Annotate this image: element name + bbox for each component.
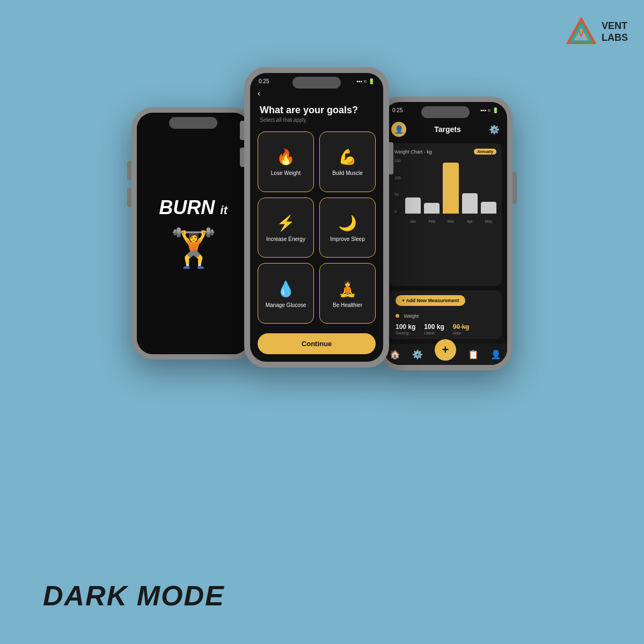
weight-goal-sub: Goal [453,331,470,335]
phones-area: BURN it 🏋️ 0:25 ▪▪▪ ≈ 🔋 ‹ What [0,64,644,370]
label-mar: Mar [443,219,458,223]
chart-header: Weight Chart - kg Annually [394,149,496,155]
weight-starting: 100 kg Starting [396,323,415,335]
goals-header: What are your goals? Select all that app… [250,100,383,126]
phone2-vol-down [240,148,244,167]
phone2-screen: 0:25 ▪▪▪ ≈ 🔋 ‹ What are your goals? Sele… [250,73,383,362]
logo-text: VENT LABS [602,20,628,43]
weight-starting-sub: Starting [396,331,415,335]
label-feb: Feb [424,219,440,223]
goals-grid: 🔥 Lose Weight 💪 Build Muscle ⚡ Increase … [250,126,383,329]
weight-latest-sub: Latest [424,331,444,335]
be-healthier-icon: 🧘 [338,280,357,298]
nav-home[interactable]: 🏠 [390,349,400,360]
targets-screen: 0:25 ▪▪▪ ≈ 🔋 👤 Targets ⚙️ Weight Chart -… [384,102,507,365]
add-measurement-panel: + Add New Measurement Weight 100 kg Star… [389,290,502,339]
splash-title: BURN it [159,197,227,218]
nav-settings[interactable]: ⚙️ [412,349,423,360]
goal-increase-energy[interactable]: ⚡ Increase Energy [258,197,314,258]
weight-goal: 90 kg Goal [453,323,470,335]
targets-header: 👤 Targets ⚙️ [384,115,507,141]
user-avatar[interactable]: 👤 [391,122,406,137]
phone2-power [389,142,393,174]
splash-screen: BURN it 🏋️ [137,113,250,354]
phone1-vol-up [127,161,131,180]
y-label-50: 50 [394,193,401,196]
lose-weight-label: Lose Weight [271,170,301,176]
phone2-right-buttons [389,142,393,174]
phone2-vol-up [240,121,244,140]
chart-labels: Jan Feb Mar Apr May [405,219,496,223]
burn-text: BURN [159,196,215,218]
goal-manage-glucose[interactable]: 💧 Manage Glucose [258,263,314,324]
weight-latest-val: 100 kg [424,323,444,331]
goal-lose-weight[interactable]: 🔥 Lose Weight [258,131,314,192]
phone1-screen: BURN it 🏋️ [137,113,250,354]
phone1-vol-down [127,188,131,207]
goal-improve-sleep[interactable]: 🌙 Improve Sleep [319,197,376,258]
y-label-150: 150 [394,159,401,163]
label-jan: Jan [405,219,421,223]
goals-status-bar: 0:25 ▪▪▪ ≈ 🔋 [250,73,383,86]
back-button[interactable]: ‹ [250,86,383,100]
label-may: May [481,219,496,223]
goals-time: 0:25 [259,78,269,84]
bar-feb [424,203,440,214]
phone1-left-buttons [127,161,131,207]
bottom-navigation: 🏠 ⚙️ + 📋 👤 [384,343,507,365]
weight-chart-container: Weight Chart - kg Annually 150 100 50 0 [389,143,502,286]
y-label-100: 100 [394,176,401,180]
weight-stats: 100 kg Starting 100 kg Latest 90 kg Goal [396,323,495,335]
targets-title: Targets [434,125,461,134]
phone3-right-buttons [513,172,517,204]
manage-glucose-icon: 💧 [276,280,295,298]
add-measurement-button[interactable]: + Add New Measurement [396,295,465,306]
phone2-left-buttons [240,121,244,167]
svg-text:V: V [579,30,584,38]
chart-title: Weight Chart - kg [394,149,432,155]
chart-area: 150 100 50 0 Jan [394,159,496,223]
targets-status-bar: 0:25 ▪▪▪ ≈ 🔋 [384,102,507,115]
chart-bars [405,160,496,214]
weight-section: Weight [396,310,495,320]
bar-may [481,202,496,214]
logo-area: V VENT LABS [565,16,628,48]
it-text: it [220,203,227,217]
nav-clipboard[interactable]: 📋 [468,349,479,360]
chart-badge[interactable]: Annually [474,149,496,155]
build-muscle-label: Build Muscle [332,170,363,176]
vent-labs-logo-icon: V [565,16,597,48]
lose-weight-icon: 🔥 [276,148,295,166]
goal-be-healthier[interactable]: 🧘 Be Healthier [319,263,376,324]
weight-dot [396,314,399,318]
goals-screen: 0:25 ▪▪▪ ≈ 🔋 ‹ What are your goals? Sele… [250,73,383,362]
build-muscle-icon: 💪 [338,148,357,166]
phone2-shell: 0:25 ▪▪▪ ≈ 🔋 ‹ What are your goals? Sele… [244,67,389,368]
goal-build-muscle[interactable]: 💪 Build Muscle [319,131,376,192]
improve-sleep-icon: 🌙 [338,214,357,232]
settings-icon[interactable]: ⚙️ [489,125,500,135]
increase-energy-label: Increase Energy [266,236,305,242]
weight-label: Weight [404,313,419,319]
goals-title: What are your goals? [260,105,374,116]
goals-subtitle: Select all that apply [260,117,374,123]
phone3-shell: 0:25 ▪▪▪ ≈ 🔋 👤 Targets ⚙️ Weight Chart -… [378,97,513,370]
targets-time: 0:25 [392,107,402,113]
continue-button[interactable]: Continue [258,333,376,354]
targets-status-icons: ▪▪▪ ≈ 🔋 [480,107,499,113]
manage-glucose-label: Manage Glucose [266,302,306,308]
bar-jan [405,197,421,214]
be-healthier-label: Be Healthier [333,302,362,308]
phone3-screen: 0:25 ▪▪▪ ≈ 🔋 👤 Targets ⚙️ Weight Chart -… [384,102,507,365]
phone1-shell: BURN it 🏋️ [131,107,255,360]
weight-latest: 100 kg Latest [424,323,444,335]
phone3-power [513,172,517,204]
nav-add-fab[interactable]: + [435,339,456,361]
goals-status-icons: ▪▪▪ ≈ 🔋 [356,78,375,84]
y-label-0: 0 [394,210,401,214]
weightlifter-emoji: 🏋️ [170,226,217,270]
nav-profile[interactable]: 👤 [491,349,501,360]
weight-goal-val: 90 kg [453,323,470,331]
dark-mode-label: DARK MODE [43,580,225,612]
bar-mar [443,163,458,214]
